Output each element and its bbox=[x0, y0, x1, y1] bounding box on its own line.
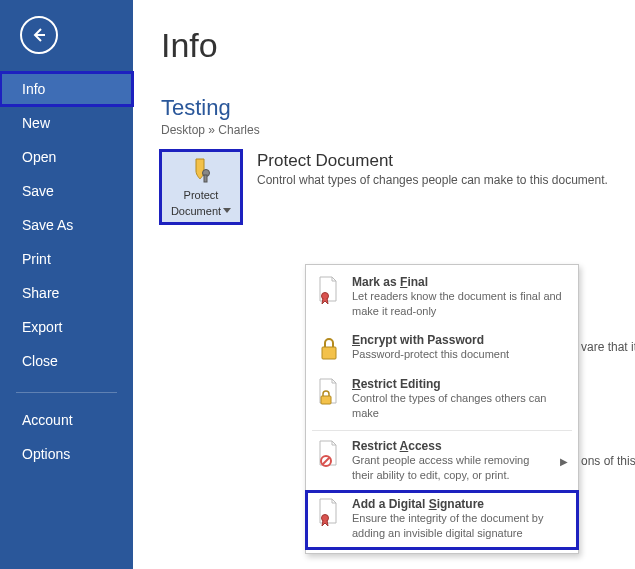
info-panel: Info Testing Desktop » Charles Protect D… bbox=[133, 0, 635, 569]
menu-item-desc: Ensure the integrity of the document by … bbox=[352, 511, 568, 541]
menu-item-desc: Grant people access while removing their… bbox=[352, 453, 550, 483]
svg-rect-3 bbox=[322, 347, 336, 359]
page-block-icon bbox=[316, 439, 342, 469]
sidebar-item-account[interactable]: Account bbox=[0, 403, 133, 437]
chevron-down-icon bbox=[223, 208, 231, 214]
menu-item-desc: Control the types of changes others can … bbox=[352, 391, 568, 421]
breadcrumb: Desktop » Charles bbox=[161, 123, 615, 137]
menu-item-title: Encrypt with Password bbox=[352, 333, 568, 347]
sidebar-item-save[interactable]: Save bbox=[0, 174, 133, 208]
protect-dropdown-menu: Mark as FinalLet readers know the docume… bbox=[305, 264, 579, 554]
svg-rect-1 bbox=[204, 175, 207, 182]
sidebar-item-open[interactable]: Open bbox=[0, 140, 133, 174]
menu-item-restrict-access[interactable]: Restrict AccessGrant people access while… bbox=[306, 433, 578, 491]
background-text-fragment: ons of this file. bbox=[581, 454, 635, 468]
back-button[interactable] bbox=[20, 16, 58, 54]
menu-item-add-a-digital-signature[interactable]: Add a Digital SignatureEnsure the integr… bbox=[306, 491, 578, 549]
page-ribbon-icon bbox=[316, 497, 342, 527]
backstage-sidebar: InfoNewOpenSaveSave AsPrintShareExportCl… bbox=[0, 0, 133, 569]
lock-icon bbox=[316, 333, 342, 363]
protect-section: Protect Document Protect Document Contro… bbox=[161, 151, 615, 223]
sidebar-item-close[interactable]: Close bbox=[0, 344, 133, 378]
menu-item-title: Add a Digital Signature bbox=[352, 497, 568, 511]
menu-separator bbox=[312, 430, 572, 431]
protect-heading: Protect Document bbox=[257, 151, 608, 171]
document-title: Testing bbox=[161, 95, 615, 121]
sidebar-item-print[interactable]: Print bbox=[0, 242, 133, 276]
sidebar-item-export[interactable]: Export bbox=[0, 310, 133, 344]
menu-item-desc: Password-protect this document bbox=[352, 347, 568, 362]
menu-item-title: Restrict Access bbox=[352, 439, 550, 453]
sidebar-item-info[interactable]: Info bbox=[0, 72, 133, 106]
protect-button-label-1: Protect bbox=[184, 189, 219, 201]
menu-item-encrypt-with-password[interactable]: Encrypt with PasswordPassword-protect th… bbox=[306, 327, 578, 371]
protect-desc: Control what types of changes people can… bbox=[257, 173, 608, 187]
background-text-fragment: vare that it contains: bbox=[581, 340, 635, 354]
sidebar-item-share[interactable]: Share bbox=[0, 276, 133, 310]
page-ribbon-icon bbox=[316, 275, 342, 305]
sidebar-item-save-as[interactable]: Save As bbox=[0, 208, 133, 242]
menu-item-restrict-editing[interactable]: Restrict EditingControl the types of cha… bbox=[306, 371, 578, 429]
protect-button-label-2: Document bbox=[171, 205, 221, 217]
page-title: Info bbox=[161, 26, 615, 65]
page-lock-icon bbox=[316, 377, 342, 407]
sidebar-item-options[interactable]: Options bbox=[0, 437, 133, 471]
arrow-left-icon bbox=[29, 25, 49, 45]
svg-rect-4 bbox=[321, 396, 331, 404]
shield-key-icon bbox=[186, 157, 216, 185]
sidebar-item-new[interactable]: New bbox=[0, 106, 133, 140]
menu-item-title: Restrict Editing bbox=[352, 377, 568, 391]
menu-item-mark-as-final[interactable]: Mark as FinalLet readers know the docume… bbox=[306, 269, 578, 327]
protect-document-button[interactable]: Protect Document bbox=[161, 151, 241, 223]
chevron-right-icon: ▶ bbox=[560, 456, 568, 467]
menu-item-title: Mark as Final bbox=[352, 275, 568, 289]
menu-item-desc: Let readers know the document is final a… bbox=[352, 289, 568, 319]
sidebar-separator bbox=[16, 392, 117, 393]
